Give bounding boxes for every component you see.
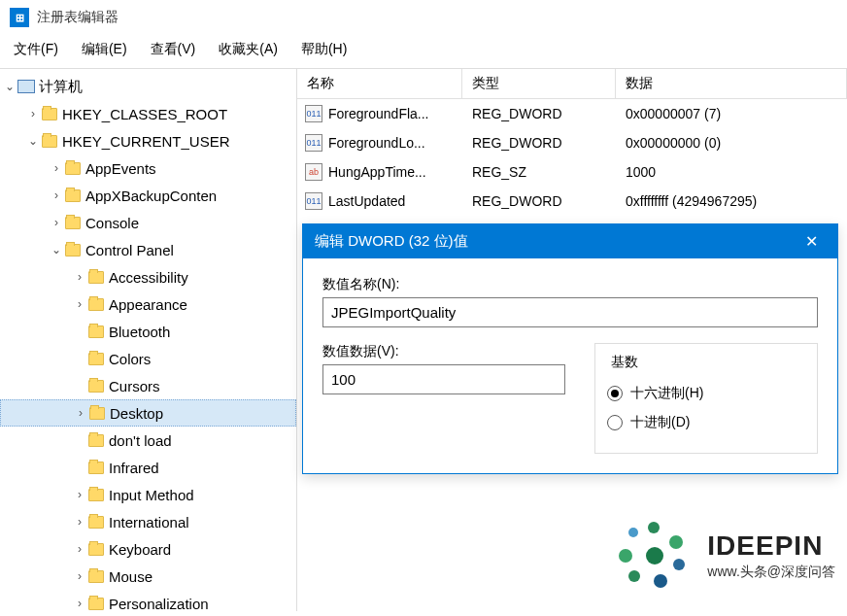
tree-bluetooth[interactable]: Bluetooth [0, 318, 296, 345]
tree-root[interactable]: ⌄ 计算机 [0, 73, 296, 100]
chevron-down-icon[interactable]: ⌄ [25, 134, 41, 148]
chevron-right-icon[interactable]: › [72, 297, 87, 311]
folder-icon [87, 323, 105, 340]
table-row[interactable]: 011ForegroundLo...REG_DWORD0x00000000 (0… [297, 128, 847, 157]
list-header: 名称 类型 数据 [297, 69, 847, 99]
edit-dword-dialog: 编辑 DWORD (32 位)值 ✕ 数值名称(N): 数值数据(V): 基数 … [302, 223, 838, 474]
menu-favorites[interactable]: 收藏夹(A) [219, 41, 278, 58]
folder-icon [41, 132, 58, 150]
tree-international[interactable]: › International [0, 508, 296, 535]
chevron-right-icon[interactable]: › [49, 161, 64, 175]
folder-icon [87, 513, 105, 530]
folder-icon [64, 214, 82, 231]
tree-label: Colors [109, 351, 151, 367]
tree-desktop[interactable]: › Desktop [0, 399, 296, 427]
tree-cursors[interactable]: Cursors [0, 372, 296, 399]
base-label: 基数 [607, 354, 642, 371]
value-icon: 011 [305, 105, 322, 122]
tree-label: AppXBackupConten [85, 188, 217, 204]
radio-dec[interactable]: 十进制(D) [607, 408, 805, 437]
chevron-right-icon[interactable]: › [72, 270, 87, 284]
tree-hkcu[interactable]: ⌄ HKEY_CURRENT_USER [0, 127, 296, 154]
table-row[interactable]: 011LastUpdatedREG_DWORD0xffffffff (42949… [297, 187, 847, 216]
tree-personalization[interactable]: › Personalization [0, 590, 296, 611]
tree-controlpanel[interactable]: ⌄ Control Panel [0, 236, 296, 263]
tree-console[interactable]: › Console [0, 209, 296, 236]
chevron-down-icon[interactable]: ⌄ [2, 80, 17, 93]
chevron-right-icon[interactable]: › [72, 515, 87, 529]
app-title: 注册表编辑器 [37, 9, 119, 26]
logo-icon [613, 514, 695, 597]
tree-label: Infrared [109, 460, 159, 476]
tree-label: HKEY_CLASSES_ROOT [62, 106, 227, 122]
col-header-name[interactable]: 名称 [297, 69, 462, 98]
chevron-right-icon[interactable]: › [25, 107, 41, 120]
app-icon: ⊞ [10, 8, 29, 27]
folder-icon [87, 540, 105, 558]
watermark-sub: www.头条@深度问答 [707, 564, 835, 581]
tree-inputmethod[interactable]: › Input Method [0, 481, 296, 508]
chevron-right-icon[interactable]: › [49, 188, 64, 202]
dialog-title: 编辑 DWORD (32 位)值 [315, 232, 468, 251]
col-header-data[interactable]: 数据 [616, 69, 847, 98]
tree-label: Accessibility [109, 269, 188, 286]
menu-view[interactable]: 查看(V) [151, 41, 196, 58]
value-data-input[interactable] [322, 364, 565, 394]
chevron-right-icon[interactable]: › [72, 569, 87, 583]
radio-icon [607, 386, 623, 401]
close-icon[interactable]: ✕ [796, 232, 826, 251]
tree-label: AppEvents [85, 160, 156, 177]
pc-icon [17, 78, 35, 95]
watermark-brand: IDEEPIN [707, 530, 835, 562]
tree-label: Bluetooth [109, 324, 170, 340]
chevron-right-icon[interactable]: › [49, 216, 64, 229]
tree-appearance[interactable]: › Appearance [0, 291, 296, 318]
menu-bar: 文件(F) 编辑(E) 查看(V) 收藏夹(A) 帮助(H) [0, 35, 847, 69]
folder-icon [88, 404, 106, 422]
tree-label: Desktop [110, 405, 163, 422]
chevron-right-icon[interactable]: › [72, 488, 87, 501]
chevron-down-icon[interactable]: ⌄ [49, 243, 64, 257]
value-name: LastUpdated [328, 193, 405, 209]
folder-icon [64, 187, 82, 204]
watermark: IDEEPIN www.头条@深度问答 [613, 514, 835, 597]
tree-keyboard[interactable]: › Keyboard [0, 535, 296, 563]
tree-label: HKEY_CURRENT_USER [62, 133, 230, 150]
folder-icon [87, 377, 105, 394]
chevron-right-icon[interactable]: › [72, 597, 87, 610]
value-icon: 011 [305, 134, 322, 152]
tree-panel[interactable]: ⌄ 计算机 › HKEY_CLASSES_ROOT ⌄ HKEY_CURRENT… [0, 69, 297, 611]
folder-icon [64, 159, 82, 177]
tree-accessibility[interactable]: › Accessibility [0, 263, 296, 291]
value-name: HungAppTime... [328, 164, 426, 180]
tree-colors[interactable]: Colors [0, 345, 296, 372]
tree-label: Cursors [109, 378, 160, 394]
tree-dontload[interactable]: don't load [0, 427, 296, 454]
tree-label: Keyboard [109, 541, 171, 558]
tree-label: International [109, 514, 189, 530]
menu-edit[interactable]: 编辑(E) [82, 41, 127, 58]
folder-icon [41, 105, 58, 122]
radio-hex[interactable]: 十六进制(H) [607, 379, 805, 408]
tree-infrared[interactable]: Infrared [0, 454, 296, 481]
tree-hkcr[interactable]: › HKEY_CLASSES_ROOT [0, 100, 296, 127]
menu-file[interactable]: 文件(F) [14, 41, 58, 58]
col-header-type[interactable]: 类型 [462, 69, 616, 98]
folder-icon [87, 459, 105, 476]
base-group: 基数 十六进制(H) 十进制(D) [594, 343, 818, 454]
chevron-right-icon[interactable]: › [73, 406, 88, 420]
folder-icon [87, 350, 105, 367]
chevron-right-icon[interactable]: › [72, 542, 87, 556]
value-icon: ab [305, 163, 322, 181]
value-type: REG_DWORD [462, 135, 616, 151]
tree-label: Mouse [109, 568, 152, 585]
table-row[interactable]: abHungAppTime...REG_SZ1000 [297, 157, 847, 187]
tree-appxbackup[interactable]: › AppXBackupConten [0, 182, 296, 209]
folder-icon [87, 268, 105, 286]
menu-help[interactable]: 帮助(H) [301, 41, 347, 58]
tree-mouse[interactable]: › Mouse [0, 563, 296, 590]
value-name-input[interactable] [322, 297, 818, 327]
value-type: REG_DWORD [462, 106, 616, 121]
tree-appevents[interactable]: › AppEvents [0, 154, 296, 182]
table-row[interactable]: 011ForegroundFla...REG_DWORD0x00000007 (… [297, 99, 847, 128]
